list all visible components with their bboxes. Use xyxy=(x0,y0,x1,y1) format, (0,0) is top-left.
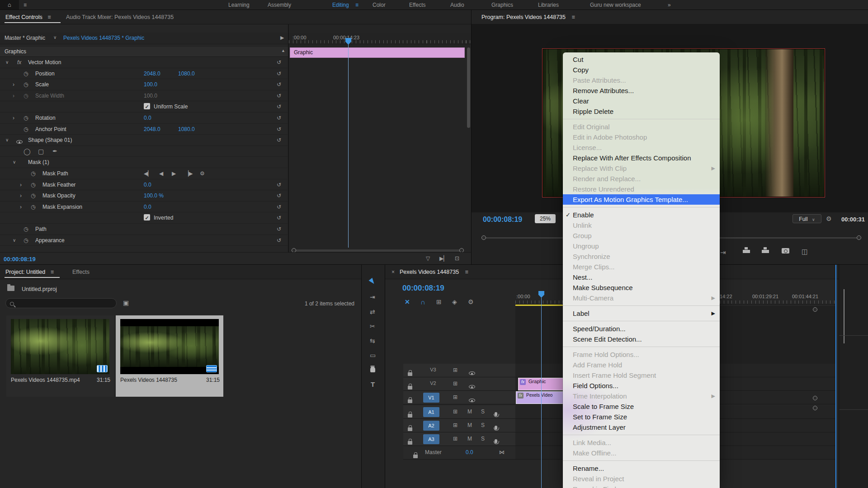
home-icon[interactable]: ⌂ xyxy=(0,0,19,10)
export-icon[interactable]: ⊡ xyxy=(455,255,459,262)
timeline-settings-wrench-icon[interactable]: ⚙ xyxy=(468,298,474,305)
mask-path-row[interactable]: ◷ Mask Path ◀▏ ◀ ▶ ▕▶ ⚙ xyxy=(0,168,288,179)
scale-row[interactable]: › ◷ Scale 100.0 ↺ xyxy=(0,79,288,90)
chevron-down-icon[interactable]: ∨ xyxy=(13,237,16,244)
linked-selection-icon[interactable]: ⊞ xyxy=(436,298,442,305)
stopwatch-icon[interactable]: ◷ xyxy=(24,81,28,88)
wrench-icon[interactable]: ⚙ xyxy=(200,170,205,177)
hand-tool[interactable] xyxy=(370,367,375,374)
menu-item-label[interactable]: Label ▶ xyxy=(563,308,720,319)
graphic-clip-bar[interactable]: Graphic xyxy=(290,47,465,58)
uniform-scale-row[interactable]: ✓ Uniform Scale ↺ xyxy=(0,101,288,113)
mask-opacity-value[interactable]: 100.0 % xyxy=(144,192,164,199)
next-keyframe-icon[interactable]: ▕▶ xyxy=(184,170,193,177)
menu-item-remove-attributes[interactable]: Remove Attributes... xyxy=(563,85,720,96)
mute-button[interactable]: M xyxy=(467,408,472,415)
slip-tool[interactable]: ⇆ xyxy=(370,337,375,344)
chevron-down-icon[interactable]: ∨ xyxy=(5,59,9,66)
solo-button[interactable]: S xyxy=(481,408,485,415)
path-row[interactable]: ◷ Path ↺ xyxy=(0,224,288,235)
vector-motion-row[interactable]: ∨ fx Vector Motion ↺ xyxy=(0,57,288,68)
stopwatch-icon[interactable]: ◷ xyxy=(31,170,35,177)
anchor-y-value[interactable]: 1080.0 xyxy=(178,126,195,133)
step-forward-icon[interactable]: ▶ xyxy=(172,170,176,177)
add-marker-icon[interactable]: ◈ xyxy=(452,298,457,305)
stopwatch-icon[interactable]: ◷ xyxy=(31,181,35,188)
rectangle-tool-icon[interactable]: ▢ xyxy=(38,148,44,155)
track-target-badge[interactable]: A3 xyxy=(423,434,439,444)
selection-tool[interactable] xyxy=(371,278,375,288)
mute-button[interactable]: M xyxy=(467,422,472,428)
track-target-badge[interactable]: V1 xyxy=(423,393,439,403)
reset-icon[interactable]: ↺ xyxy=(277,237,281,244)
lift-icon[interactable] xyxy=(743,247,750,254)
stopwatch-icon[interactable]: ◷ xyxy=(24,126,28,133)
menu-item-enable[interactable]: ✓ Enable xyxy=(563,210,720,220)
menu-item-ripple-delete[interactable]: Ripple Delete xyxy=(563,106,720,117)
anchor-point-row[interactable]: ◷ Anchor Point 2048.0 1080.0 ↺ xyxy=(0,124,288,135)
reset-icon[interactable]: ↺ xyxy=(277,136,281,144)
sync-lock-icon[interactable]: ⊞ xyxy=(453,380,458,387)
position-row[interactable]: ◷ Position 2048.0 1080.0 ↺ xyxy=(0,68,288,80)
play-clip-icon[interactable]: ▶▏ xyxy=(439,255,448,262)
panel-menu-icon[interactable]: ≡ xyxy=(571,14,575,20)
panel-menu-icon[interactable]: ≡ xyxy=(465,269,468,275)
sync-lock-icon[interactable]: ⊞ xyxy=(453,367,458,373)
pen-tool-icon[interactable]: ✒ xyxy=(52,148,57,155)
reset-icon[interactable]: ↺ xyxy=(277,103,281,110)
search-input[interactable] xyxy=(5,298,117,308)
sync-lock-icon[interactable]: ⊞ xyxy=(453,408,458,415)
vscroll-handle[interactable] xyxy=(813,396,817,400)
chevron-down-icon[interactable]: ∨ xyxy=(53,35,57,40)
settings-wrench-icon[interactable]: ⚙ xyxy=(826,215,832,222)
chevron-right-icon[interactable]: › xyxy=(20,203,22,211)
stopwatch-icon[interactable]: ◷ xyxy=(24,237,28,244)
export-frame-icon[interactable] xyxy=(782,248,789,255)
sync-lock-icon[interactable]: ⊞ xyxy=(453,436,458,442)
workspace-graphics[interactable]: Graphics xyxy=(491,0,513,10)
sequence-thumbnail[interactable] xyxy=(120,319,219,374)
reset-icon[interactable]: ↺ xyxy=(277,225,281,233)
stopwatch-icon[interactable]: ◷ xyxy=(31,203,35,211)
inverted-row[interactable]: ✓ Inverted ↺ xyxy=(0,212,288,224)
track-target-badge[interactable]: A1 xyxy=(423,407,439,417)
reset-icon[interactable]: ↺ xyxy=(277,181,281,188)
stopwatch-icon[interactable]: ◷ xyxy=(24,225,28,233)
seek-right-handle[interactable] xyxy=(857,235,861,240)
track-label[interactable]: V2 xyxy=(425,380,441,386)
stopwatch-icon[interactable]: ◷ xyxy=(24,70,28,77)
window-menu-icon[interactable]: ≡ xyxy=(24,0,27,10)
playback-quality-dropdown[interactable]: Full ∨ xyxy=(793,214,821,223)
sequence-badge-icon[interactable] xyxy=(206,365,217,372)
tab-effects[interactable]: Effects xyxy=(72,265,90,279)
tab-sequence[interactable]: Pexels Videos 1448735 ≡ xyxy=(400,265,468,279)
seek-left-handle[interactable] xyxy=(481,235,486,240)
horizontal-scrollbar[interactable] xyxy=(295,249,461,252)
mask-feather-value[interactable]: 0.0 xyxy=(144,181,151,188)
workspace-learning[interactable]: Learning xyxy=(228,0,250,10)
chevron-down-icon[interactable]: ∨ xyxy=(5,136,9,144)
uniform-scale-checkbox[interactable]: ✓ xyxy=(144,103,150,109)
inverted-checkbox[interactable]: ✓ xyxy=(144,214,150,221)
workspace-effects[interactable]: Effects xyxy=(409,0,425,10)
solo-button[interactable]: S xyxy=(481,436,485,442)
menu-item-adjustment-layer[interactable]: Adjustment Layer xyxy=(563,422,720,432)
ellipse-tool-icon[interactable]: ◯ xyxy=(24,148,31,155)
magnet-snap-icon[interactable]: ∩ xyxy=(420,298,425,306)
workspace-assembly[interactable]: Assembly xyxy=(268,0,291,10)
menu-item-replace-with-ae-comp[interactable]: Replace With After Effects Composition xyxy=(563,153,720,163)
workspace-color[interactable]: Color xyxy=(373,0,386,10)
chevron-down-icon[interactable]: ∨ xyxy=(13,159,16,166)
reset-icon[interactable]: ↺ xyxy=(277,59,281,66)
menu-item-clear[interactable]: Clear xyxy=(563,96,720,106)
reset-icon[interactable]: ↺ xyxy=(277,192,281,199)
track-target-badge[interactable]: A2 xyxy=(423,421,439,431)
reset-icon[interactable]: ↺ xyxy=(277,114,281,122)
menu-item-speed-duration[interactable]: Speed/Duration... xyxy=(563,324,720,334)
mask-feather-row[interactable]: › ◷ Mask Feather 0.0 ↺ xyxy=(0,179,288,191)
position-x-value[interactable]: 2048.0 xyxy=(144,70,160,77)
chevron-right-icon[interactable]: › xyxy=(13,114,14,122)
panel-menu-icon[interactable]: ≡ xyxy=(51,269,54,275)
track-label[interactable]: V3 xyxy=(425,367,441,372)
graphics-section-header[interactable]: Graphics xyxy=(5,48,26,55)
